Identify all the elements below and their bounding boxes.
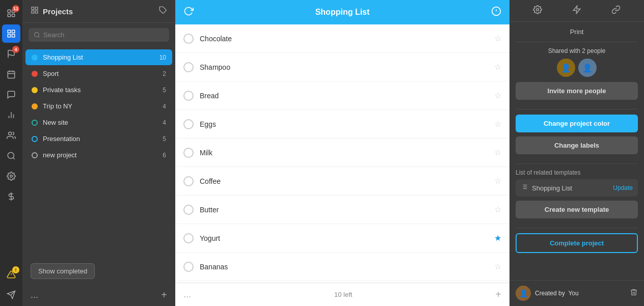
settings-icon[interactable] xyxy=(2,167,20,185)
change-color-button[interactable]: Change project color xyxy=(516,115,638,132)
task-checkbox[interactable] xyxy=(183,119,194,129)
rp-lightning-icon[interactable] xyxy=(572,5,581,16)
sidebar-item-private-tasks[interactable]: Private tasks 5 xyxy=(25,82,172,98)
chat-icon[interactable] xyxy=(2,86,20,104)
svg-rect-3 xyxy=(12,14,15,17)
info-icon[interactable] xyxy=(491,6,501,19)
sidebar: Projects Shopping List 10 Sport 2 Privat… xyxy=(22,0,175,306)
task-name: Shampoo xyxy=(200,63,488,71)
show-completed-button[interactable]: Show completed xyxy=(31,263,95,279)
main-footer-dots-button[interactable]: ... xyxy=(183,289,191,300)
sidebar-item-sport[interactable]: Sport 2 xyxy=(25,66,172,81)
svg-point-24 xyxy=(35,33,39,37)
notifications-icon[interactable]: 11 xyxy=(2,4,20,22)
project-count: 5 xyxy=(163,87,166,94)
rp-link-icon[interactable] xyxy=(611,5,621,16)
people-icon[interactable] xyxy=(2,126,20,145)
project-name: Trip to NY xyxy=(43,102,157,110)
megaphone-icon[interactable] xyxy=(2,286,20,304)
avatar-1: 👤 xyxy=(557,59,575,77)
task-item: Milk ☆ xyxy=(175,138,509,167)
task-checkbox[interactable] xyxy=(183,176,194,186)
task-star[interactable]: ☆ xyxy=(494,262,501,271)
task-star[interactable]: ☆ xyxy=(494,34,501,43)
task-star[interactable]: ☆ xyxy=(494,176,501,186)
sidebar-dots-button[interactable]: ... xyxy=(31,290,38,300)
flag-icon[interactable]: 4 xyxy=(2,45,20,63)
icon-bar: 11 4 xyxy=(0,0,22,306)
rp-templates-label: List of related templates xyxy=(516,169,638,176)
main-content: Shopping List Chocolate ☆ Shampoo ☆ Brea… xyxy=(175,0,509,306)
sidebar-list: Shopping List 10 Sport 2 Private tasks 5… xyxy=(22,47,175,258)
task-star[interactable]: ☆ xyxy=(494,148,501,157)
rp-divider-3 xyxy=(516,163,638,164)
sidebar-item-trip-to-ny[interactable]: Trip to NY 4 xyxy=(25,98,172,114)
rp-template-name: Shopping List xyxy=(532,184,609,192)
refresh-icon[interactable] xyxy=(183,6,194,19)
task-star[interactable]: ★ xyxy=(494,233,501,243)
project-dot xyxy=(32,136,38,142)
project-name: New site xyxy=(43,119,157,126)
rp-settings-icon[interactable] xyxy=(533,5,542,16)
task-checkbox[interactable] xyxy=(183,91,194,101)
rp-avatars: 👤 👤 xyxy=(516,59,638,77)
rp-shared-section: Shared with 2 people 👤 👤 xyxy=(516,47,638,77)
task-item: Coffee ☆ xyxy=(175,167,509,196)
rp-template-update-button[interactable]: Update xyxy=(613,184,633,191)
sidebar-title: Projects xyxy=(43,7,155,16)
change-labels-button[interactable]: Change labels xyxy=(516,136,638,154)
rp-created-by-label: Created by xyxy=(535,290,565,297)
svg-point-29 xyxy=(536,9,539,11)
task-checkbox[interactable] xyxy=(183,205,194,215)
projects-icon[interactable] xyxy=(2,24,20,43)
task-name: Coffee xyxy=(200,177,488,185)
project-count: 10 xyxy=(159,54,166,61)
sidebar-item-shopping-list[interactable]: Shopping List 10 xyxy=(25,49,172,65)
rp-divider-2 xyxy=(516,109,638,109)
task-checkbox[interactable] xyxy=(183,262,194,272)
svg-rect-20 xyxy=(35,7,38,10)
task-item: Chocolate ☆ xyxy=(175,24,509,53)
search-icon xyxy=(34,32,40,38)
svg-rect-5 xyxy=(8,71,15,78)
project-name: Shopping List xyxy=(43,53,154,61)
create-template-button[interactable]: Create new template xyxy=(516,201,638,218)
sidebar-item-new-project[interactable]: new project 6 xyxy=(25,147,172,163)
project-count: 5 xyxy=(163,135,166,143)
sidebar-item-new-site[interactable]: New site 4 xyxy=(25,115,172,130)
task-checkbox[interactable] xyxy=(183,34,194,44)
calendar-icon[interactable] xyxy=(2,65,20,84)
rp-divider-1 xyxy=(516,42,638,42)
task-item: Butter ☆ xyxy=(175,196,509,224)
rp-creator-avatar: 👤 xyxy=(516,286,531,301)
task-star[interactable]: ☆ xyxy=(494,62,501,72)
notif-badge: 11 xyxy=(12,5,19,12)
project-dot xyxy=(32,152,38,158)
rp-shared-text: Shared with 2 people xyxy=(516,47,638,54)
search-icon[interactable] xyxy=(2,147,20,165)
tag-icon xyxy=(159,6,167,16)
project-count: 6 xyxy=(163,152,166,159)
rp-created-by-user: You xyxy=(568,290,578,297)
dollar-icon[interactable] xyxy=(2,187,20,206)
search-input[interactable] xyxy=(43,31,164,39)
task-star[interactable]: ☆ xyxy=(494,119,501,129)
complete-project-button[interactable]: Complete project xyxy=(516,233,638,253)
sidebar-search[interactable] xyxy=(29,28,169,42)
warning-icon[interactable]: ! xyxy=(2,265,20,284)
chart-icon[interactable] xyxy=(2,106,20,124)
task-star[interactable]: ☆ xyxy=(494,91,501,100)
sidebar-item-presentation[interactable]: Presentation 5 xyxy=(25,131,172,147)
main-footer-add-button[interactable]: + xyxy=(495,289,501,300)
task-checkbox[interactable] xyxy=(183,148,194,158)
task-checkbox[interactable] xyxy=(183,62,194,72)
task-star[interactable]: ☆ xyxy=(494,205,501,214)
invite-people-button[interactable]: Invite more people xyxy=(516,82,638,100)
rp-created-by: Created by You xyxy=(535,290,626,297)
task-checkbox[interactable] xyxy=(183,233,194,243)
sidebar-add-button[interactable]: + xyxy=(161,289,167,301)
project-count: 2 xyxy=(163,70,166,77)
rp-footer: 👤 Created by You xyxy=(509,280,644,306)
rp-print-label: Print xyxy=(516,28,638,36)
trash-icon[interactable] xyxy=(630,288,638,298)
